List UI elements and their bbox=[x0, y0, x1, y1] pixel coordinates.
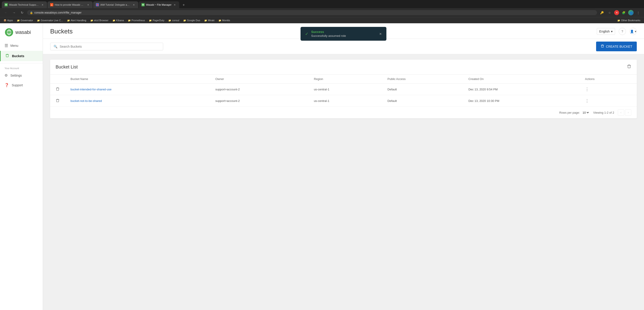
tab-iam[interactable]: 🔖 IAM Tutorial: Delegate access... ✕ bbox=[93, 1, 138, 8]
tab-wasabi-support[interactable]: W Wasabi Technical Support - Ag ✕ bbox=[2, 1, 47, 8]
nav-actions: 🔑 ☆ ✕ 🧩 👤 ⋮ bbox=[599, 10, 641, 16]
other-bookmarks[interactable]: 📁 Other Bookmarks bbox=[616, 18, 642, 22]
bookmark-google-duo[interactable]: 📁 Google Duo bbox=[182, 18, 202, 22]
toast-title: Success bbox=[311, 30, 376, 34]
help-circle-icon: ? bbox=[622, 30, 623, 33]
wasabi-logo-icon bbox=[4, 28, 14, 37]
wasabi-logo: wasabi bbox=[4, 28, 31, 37]
menu-dots-icon[interactable]: ⋮ bbox=[635, 10, 641, 16]
new-tab-button[interactable]: + bbox=[180, 2, 187, 8]
person-icon: 👤 bbox=[630, 30, 634, 33]
success-toast: ✓ Success Successfully assumed role ✕ bbox=[300, 27, 386, 41]
bookmark-apps-label: Apps bbox=[7, 19, 13, 22]
tab-close-btn[interactable]: ✕ bbox=[41, 3, 44, 6]
sidebar-item-settings[interactable]: ⚙ Settings bbox=[0, 70, 43, 80]
row1-actions-button[interactable]: ⋮ bbox=[585, 87, 589, 92]
language-label: English bbox=[599, 30, 610, 33]
bookmark-apps[interactable]: 📦 Apps bbox=[2, 18, 15, 22]
forward-button[interactable]: → bbox=[11, 10, 17, 16]
sidebar-item-menu[interactable]: ☰ Menu bbox=[0, 40, 43, 51]
bucket-table: Bucket Name Owner Region Public Access C… bbox=[50, 74, 637, 106]
browser-chrome: W Wasabi Technical Support - Ag ✕ ▲ How … bbox=[0, 0, 644, 23]
bucket-list-header: Bucket List bbox=[50, 60, 637, 74]
tab-how-to[interactable]: ▲ How to provide Wasabi Cross... ✕ bbox=[48, 1, 93, 8]
bookmark-etcd-label: etcd Browser bbox=[94, 19, 108, 22]
search-input[interactable] bbox=[60, 45, 160, 48]
tab-close-btn-2[interactable]: ✕ bbox=[86, 3, 90, 6]
bookmark-monitis[interactable]: 📁 Monitis bbox=[217, 18, 232, 22]
bookmark-duo-label: Google Duo bbox=[187, 19, 200, 22]
bookmark-pagerduty[interactable]: 📁 PagerDuty bbox=[147, 18, 166, 22]
nav-bar: ← → ↻ 🔒 console.wasabisys.com/#/file_man… bbox=[0, 8, 644, 17]
tab-title-2: How to provide Wasabi Cross... bbox=[55, 4, 85, 6]
bucket-list-copy-icon[interactable] bbox=[627, 64, 631, 70]
bucket-link-2[interactable]: bucket-not-to-be-shared bbox=[70, 99, 102, 102]
bucket-list-container: Bucket List Bucket Name Owner Region bbox=[43, 54, 644, 310]
tab-file-manager[interactable]: W Wasabi ~ File Manager ✕ bbox=[139, 1, 179, 8]
bookmark-consul-label: consul bbox=[172, 19, 179, 22]
create-bucket-label: CREATE BUCKET bbox=[606, 45, 632, 48]
row1-actions-cell: ⋮ bbox=[580, 84, 637, 95]
folder-icon-8: 📁 bbox=[168, 19, 171, 22]
address-bar[interactable]: 🔒 console.wasabisys.com/#/file_manager bbox=[27, 10, 597, 15]
bookmark-etcd[interactable]: 📁 etcd Browser bbox=[88, 18, 110, 22]
row2-name-cell: bucket-not-to-be-shared bbox=[65, 95, 210, 107]
bookmark-miraki[interactable]: 📁 Miraki bbox=[202, 18, 216, 22]
toast-message: Successfully assumed role bbox=[311, 34, 376, 38]
search-bar[interactable]: 🔍 bbox=[50, 43, 163, 50]
sidebar-item-buckets[interactable]: Buckets bbox=[0, 51, 43, 61]
col-header-public-access: Public Access bbox=[382, 74, 463, 84]
row2-actions-button[interactable]: ⋮ bbox=[585, 98, 589, 103]
next-page-button[interactable]: › bbox=[625, 109, 631, 116]
account-button[interactable]: 👤 ▾ bbox=[630, 28, 637, 35]
sidebar-divider bbox=[0, 63, 43, 63]
profile-icon[interactable]: 👤 bbox=[628, 10, 634, 15]
rows-per-page: Rows per page: 10 25 50 bbox=[559, 111, 590, 114]
folder-icon-3: 📁 bbox=[67, 19, 70, 22]
bookmark-miraki-label: Miraki bbox=[208, 19, 214, 22]
url-text: console.wasabisys.com/#/file_manager bbox=[34, 11, 82, 14]
col-header-actions: Actions bbox=[580, 74, 637, 84]
tab-title-4: Wasabi ~ File Manager bbox=[146, 4, 172, 6]
bookmark-kibana[interactable]: 📁 Kibana bbox=[111, 18, 126, 22]
rows-per-page-select[interactable]: 10 25 50 bbox=[582, 111, 590, 114]
row1-public-access-cell: Default bbox=[382, 84, 463, 95]
puzzle-icon[interactable]: 🧩 bbox=[620, 10, 627, 16]
bookmark-governator-live[interactable]: 📁 Governator Live C... bbox=[35, 18, 65, 22]
lock-icon: 🔒 bbox=[30, 11, 33, 14]
sidebar-item-support[interactable]: ❓ Support bbox=[0, 80, 43, 90]
create-bucket-button[interactable]: CREATE BUCKET bbox=[596, 42, 637, 51]
buckets-label: Buckets bbox=[12, 54, 24, 58]
help-button[interactable]: ? bbox=[619, 28, 626, 35]
bookmark-alert-handling[interactable]: 📁 Alert Handling bbox=[65, 18, 88, 22]
search-create-bar: 🔍 CREATE BUCKET bbox=[43, 39, 644, 54]
language-chevron-icon: ▾ bbox=[611, 30, 612, 33]
bookmarks-bar: 📦 Apps 📁 Governator 📁 Governator Live C.… bbox=[0, 17, 644, 23]
folder-icon-7: 📁 bbox=[149, 19, 152, 22]
folder-icon-5: 📁 bbox=[112, 19, 115, 22]
folder-icon-6: 📁 bbox=[128, 19, 130, 22]
bookmark-governator[interactable]: 📁 Governator bbox=[15, 18, 35, 22]
bookmark-consul[interactable]: 📁 consul bbox=[166, 18, 181, 22]
prev-page-button[interactable]: ‹ bbox=[618, 109, 624, 116]
key-icon: 🔑 bbox=[599, 10, 605, 16]
menu-label: Menu bbox=[10, 44, 18, 48]
tab-close-btn-4[interactable]: ✕ bbox=[173, 3, 176, 6]
col-header-created-on: Created On bbox=[463, 74, 580, 84]
folder-icon-11: 📁 bbox=[218, 19, 221, 22]
bucket-list-card: Bucket List Bucket Name Owner Region bbox=[50, 60, 637, 118]
row2-region-cell: us-central-1 bbox=[308, 95, 382, 107]
bucket-link-1[interactable]: bucket-intended-for-shared-use bbox=[70, 88, 112, 91]
reload-button[interactable]: ↻ bbox=[19, 10, 25, 16]
toast-close-button[interactable]: ✕ bbox=[379, 32, 382, 36]
language-selector[interactable]: English ▾ bbox=[597, 28, 615, 35]
back-button[interactable]: ← bbox=[3, 10, 9, 16]
bookmark-alert-label: Alert Handling bbox=[71, 19, 86, 22]
bookmark-kibana-label: Kibana bbox=[116, 19, 124, 22]
bucket-row-icon-1 bbox=[56, 88, 60, 92]
support-label: Support bbox=[12, 83, 23, 87]
tab-close-btn-3[interactable]: ✕ bbox=[132, 3, 136, 6]
bookmark-prometheus[interactable]: 📁 Prometheus bbox=[126, 18, 147, 22]
star-icon[interactable]: ☆ bbox=[606, 10, 613, 16]
folder-icon-1: 📁 bbox=[17, 19, 20, 22]
